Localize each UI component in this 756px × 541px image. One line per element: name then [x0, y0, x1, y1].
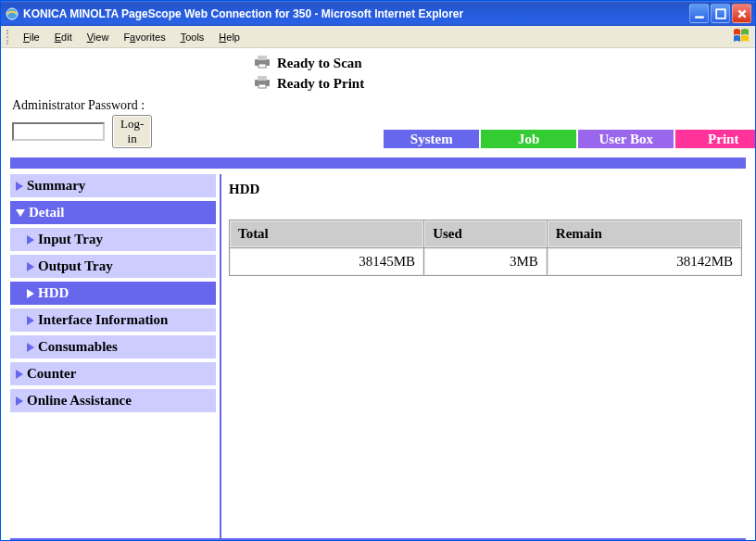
nav-input-tray[interactable]: Input Tray — [10, 228, 216, 251]
panel-heading: HDD — [229, 182, 742, 197]
col-used: Used — [424, 220, 547, 247]
printer-icon — [253, 74, 271, 93]
table-row: 38145MB 3MB 38142MB — [230, 248, 741, 275]
admin-password-input[interactable] — [12, 122, 105, 141]
nav-label: Online Assistance — [27, 393, 132, 409]
nav-label: Output Tray — [38, 258, 113, 274]
status-print: Ready to Print — [253, 74, 364, 93]
status-scan-label: Ready to Scan — [277, 56, 362, 71]
separator-bar — [10, 157, 746, 169]
tab-system[interactable]: System — [384, 130, 479, 148]
svg-rect-8 — [258, 84, 266, 88]
nav-hdd[interactable]: HDD — [10, 282, 216, 305]
nav-summary[interactable]: Summary — [10, 174, 216, 197]
status-scan: Ready to Scan — [253, 54, 364, 72]
nav-consumables[interactable]: Consumables — [10, 335, 216, 359]
sidebar: Summary Detail Input Tray Output Tray HD… — [10, 174, 221, 538]
window-frame: KONICA MINOLTA PageScope Web Connection … — [0, 0, 756, 541]
admin-password-label: Administrator Password : — [12, 98, 152, 113]
window-controls — [689, 4, 751, 23]
nav-label: Counter — [27, 366, 76, 382]
svg-rect-4 — [258, 56, 267, 60]
status-block: Ready to Scan Ready to Print — [253, 54, 364, 94]
menu-favorites[interactable]: Favorites — [116, 30, 172, 44]
arrow-right-icon — [27, 316, 34, 325]
login-button[interactable]: Log-in — [112, 115, 152, 148]
login-block: Administrator Password : Log-in — [12, 98, 152, 148]
arrow-right-icon — [27, 235, 34, 245]
nav-online-assistance[interactable]: Online Assistance — [10, 389, 216, 412]
arrow-right-icon — [16, 370, 23, 379]
nav-label: Summary — [27, 178, 85, 194]
hdd-table: Total Used Remain 38145MB 3MB 38142MB — [229, 220, 742, 276]
minimize-button[interactable] — [689, 4, 709, 23]
cell-used: 3MB — [424, 248, 547, 275]
menu-view[interactable]: View — [80, 30, 117, 44]
arrow-right-icon — [16, 396, 23, 406]
svg-rect-5 — [258, 64, 266, 68]
status-print-label: Ready to Print — [277, 76, 364, 92]
menu-edit[interactable]: Edit — [47, 30, 80, 44]
svg-rect-1 — [695, 16, 704, 18]
nav-counter[interactable]: Counter — [10, 362, 216, 385]
top-tabs: System Job User Box Print Scan — [384, 130, 755, 148]
nav-output-tray[interactable]: Output Tray — [10, 255, 216, 278]
ie-icon — [5, 6, 19, 21]
menubar-handle — [6, 30, 10, 44]
col-total: Total — [230, 220, 423, 247]
titlebar: KONICA MINOLTA PageScope Web Connection … — [1, 1, 755, 26]
arrow-right-icon — [16, 182, 23, 191]
nav-label: Input Tray — [38, 232, 103, 247]
close-button[interactable] — [732, 4, 751, 23]
arrow-right-icon — [27, 262, 34, 271]
tab-print[interactable]: Print — [675, 130, 755, 148]
nav-label: HDD — [38, 285, 69, 301]
svg-rect-2 — [716, 9, 725, 19]
menubar: File Edit View Favorites Tools Help — [1, 26, 755, 48]
nav-interface-information[interactable]: Interface Information — [10, 308, 216, 332]
printer-icon — [253, 54, 271, 72]
arrow-right-icon — [27, 343, 34, 352]
nav-detail[interactable]: Detail — [10, 201, 216, 224]
col-remain: Remain — [548, 220, 741, 247]
window-title: KONICA MINOLTA PageScope Web Connection … — [23, 7, 689, 20]
main-panel: HDD Total Used Remain 38145MB 3MB 38142M… — [221, 174, 746, 538]
arrow-down-icon — [16, 209, 25, 217]
tab-job[interactable]: Job — [481, 130, 576, 148]
windows-flag-icon — [733, 28, 751, 44]
header-zone: Ready to Scan Ready to Print — [1, 48, 755, 98]
body-row: Summary Detail Input Tray Output Tray HD… — [10, 174, 746, 540]
cell-total: 38145MB — [230, 248, 423, 275]
tab-userbox[interactable]: User Box — [578, 130, 674, 148]
cell-remain: 38142MB — [548, 248, 741, 275]
login-row: Administrator Password : Log-in System J… — [1, 98, 755, 152]
arrow-right-icon — [27, 289, 34, 298]
svg-rect-7 — [258, 76, 267, 81]
maximize-button[interactable] — [711, 4, 730, 23]
nav-label: Interface Information — [38, 312, 168, 328]
menu-file[interactable]: File — [16, 30, 47, 44]
nav-label: Consumables — [38, 339, 118, 355]
page-content: Ready to Scan Ready to Print Administrat… — [1, 48, 755, 540]
nav-label: Detail — [29, 205, 64, 220]
menu-tools[interactable]: Tools — [173, 30, 212, 44]
menu-help[interactable]: Help — [211, 30, 247, 44]
table-header-row: Total Used Remain — [230, 220, 741, 247]
